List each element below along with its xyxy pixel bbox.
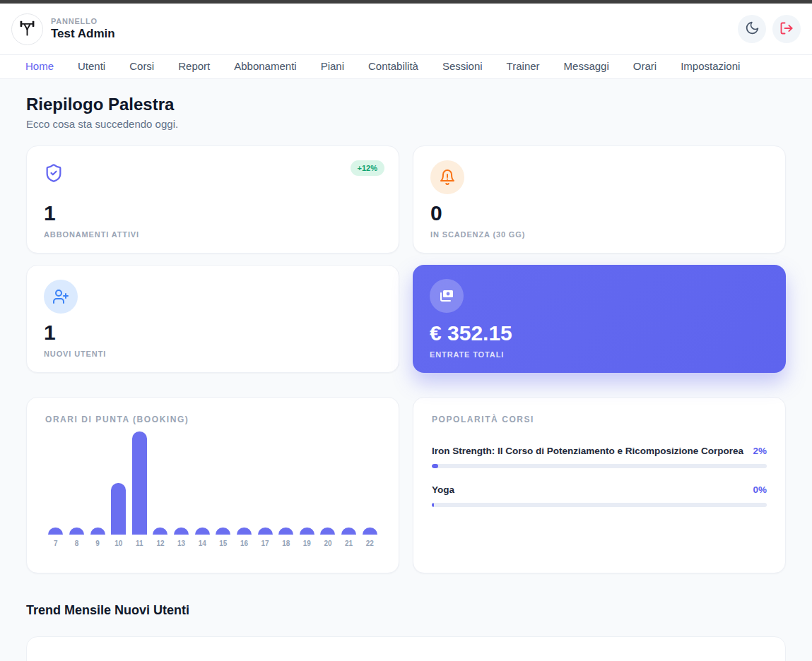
theme-toggle-button[interactable] — [738, 15, 766, 43]
bar-x-label: 15 — [219, 540, 227, 547]
bar-slot: 12 — [150, 528, 171, 547]
popularity-title: POPOLARITÀ CORSI — [432, 415, 767, 424]
bar-x-label: 19 — [303, 540, 311, 547]
nav-item-sessioni[interactable]: Sessioni — [442, 60, 483, 72]
bar-slot: 15 — [213, 528, 234, 547]
bar-slot: 19 — [297, 528, 318, 547]
bar-x-label: 17 — [261, 540, 269, 547]
nav-item-contabilita[interactable]: Contabilità — [368, 60, 418, 72]
banknote-icon — [430, 279, 464, 313]
header: PANNELLO Test Admin — [0, 4, 812, 54]
stat-label: NUOVI UTENTI — [44, 350, 382, 358]
stat-label: IN SCADENZA (30 GG) — [430, 230, 768, 239]
bar-hour-12 — [153, 528, 167, 535]
bar-hour-21 — [341, 528, 356, 535]
bar-slot: 21 — [339, 528, 360, 547]
bar-x-label: 14 — [199, 540, 206, 547]
bar-slot: 14 — [192, 528, 213, 547]
bar-x-label: 10 — [114, 540, 122, 547]
nav-item-utenti[interactable]: Utenti — [78, 60, 105, 72]
nav-item-orari[interactable]: Orari — [633, 60, 657, 72]
growth-badge: +12% — [351, 160, 384, 176]
bar-x-label: 11 — [136, 540, 143, 547]
peak-hours-panel: ORARI DI PUNTA (BOOKING) 789101112131415… — [26, 397, 399, 573]
bar-hour-10 — [111, 483, 126, 535]
nav-item-abbonamenti[interactable]: Abbonamenti — [234, 60, 296, 72]
course-name: Iron Strength: Il Corso di Potenziamento… — [432, 446, 743, 456]
moon-icon — [745, 20, 760, 37]
bar-hour-18 — [278, 528, 293, 535]
bar-x-label: 16 — [240, 540, 248, 547]
peak-hours-chart: 78910111213141516171819202122 — [45, 429, 380, 547]
trend-section-title: Trend Mensile Nuovi Utenti — [26, 603, 786, 618]
bar-slot: 16 — [234, 528, 255, 547]
charts-row: ORARI DI PUNTA (BOOKING) 789101112131415… — [26, 397, 786, 573]
bar-slot: 11 — [129, 431, 151, 547]
progress-fill — [432, 464, 438, 468]
bar-x-label: 22 — [366, 540, 374, 547]
nav-item-home[interactable]: Home — [25, 60, 54, 72]
peak-hours-title: ORARI DI PUNTA (BOOKING) — [45, 415, 380, 424]
bar-slot: 18 — [276, 528, 297, 547]
bar-hour-7 — [48, 528, 63, 535]
bar-hour-16 — [237, 528, 252, 535]
nav-item-piani[interactable]: Piani — [321, 60, 344, 72]
bar-hour-19 — [300, 528, 314, 535]
main-content: Riepilogo Palestra Ecco cosa sta succede… — [0, 95, 812, 661]
popularity-row: Yoga0% — [432, 484, 767, 507]
weightlifter-icon — [18, 18, 37, 40]
bar-x-label: 12 — [156, 540, 164, 547]
bar-slot: 22 — [359, 528, 380, 547]
dashboard-screen: PANNELLO Test Admin Home Utenti Co — [0, 0, 812, 661]
course-percent: 2% — [753, 446, 767, 456]
bar-slot: 13 — [171, 528, 192, 547]
shield-check-icon — [44, 163, 64, 183]
progress-track — [432, 464, 767, 468]
bar-hour-17 — [258, 528, 273, 535]
bar-slot: 7 — [45, 528, 66, 547]
bar-slot: 20 — [317, 528, 339, 547]
nav-item-impostazioni[interactable]: Impostazioni — [681, 60, 740, 72]
logout-icon — [779, 21, 794, 37]
logout-button[interactable] — [772, 15, 801, 43]
bar-hour-11 — [132, 431, 147, 535]
main-nav: Home Utenti Corsi Report Abbonamenti Pia… — [0, 54, 812, 79]
progress-track — [432, 503, 767, 507]
bar-hour-13 — [174, 528, 189, 535]
stat-label: ABBONAMENTI ATTIVI — [44, 230, 382, 239]
brand-block: PANNELLO Test Admin — [51, 17, 115, 41]
stat-value: € 352.15 — [430, 323, 769, 344]
course-name: Yoga — [432, 484, 454, 495]
stat-label: ENTRATE TOTALI — [430, 350, 769, 359]
nav-item-corsi[interactable]: Corsi — [129, 60, 154, 72]
stat-value: 0 — [430, 203, 768, 224]
nav-item-report[interactable]: Report — [178, 60, 210, 72]
bar-x-label: 7 — [54, 540, 58, 547]
stat-card-nuovi-utenti: 1 NUOVI UTENTI — [26, 265, 399, 373]
trend-chart-card — [26, 636, 786, 661]
popularity-list: Iron Strength: Il Corso di Potenziamento… — [432, 446, 767, 507]
page-subtitle: Ecco cosa sta succedendo oggi. — [26, 118, 786, 130]
bar-x-label: 13 — [177, 540, 185, 547]
nav-item-messaggi[interactable]: Messaggi — [564, 60, 609, 72]
bar-x-label: 20 — [324, 540, 331, 547]
bar-hour-9 — [90, 528, 105, 535]
stat-card-in-scadenza: 0 IN SCADENZA (30 GG) — [413, 145, 786, 254]
bar-slot: 9 — [87, 528, 108, 547]
stat-card-entrate-totali: € 352.15 ENTRATE TOTALI — [413, 265, 786, 373]
bar-slot: 8 — [66, 528, 88, 547]
brand-name: Test Admin — [51, 27, 115, 41]
bar-x-label: 21 — [345, 540, 353, 547]
bar-slot: 10 — [108, 483, 129, 547]
user-plus-icon — [44, 280, 78, 314]
bar-x-label: 8 — [75, 540, 79, 547]
bar-hour-8 — [69, 528, 84, 535]
brand-label: PANNELLO — [51, 17, 115, 25]
nav-item-trainer[interactable]: Trainer — [507, 60, 540, 72]
bar-x-label: 18 — [282, 540, 290, 547]
app-logo — [11, 13, 43, 45]
stat-value: 1 — [44, 203, 382, 224]
bar-slot: 17 — [254, 528, 276, 547]
bar-x-label: 9 — [95, 540, 100, 547]
bar-hour-15 — [216, 528, 230, 535]
